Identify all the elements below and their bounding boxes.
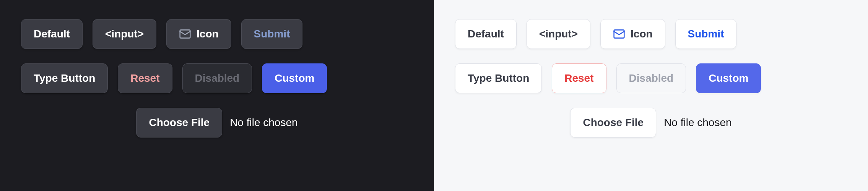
button-label: Choose File xyxy=(149,117,210,129)
button-row-3: Choose File No file chosen xyxy=(455,108,847,138)
button-row-1: Default <input> Icon Submit xyxy=(21,19,413,49)
svg-rect-0 xyxy=(180,30,190,38)
custom-button[interactable]: Custom xyxy=(696,63,761,93)
reset-button[interactable]: Reset xyxy=(552,63,606,93)
envelope-icon xyxy=(179,28,191,40)
button-label: Default xyxy=(34,28,70,40)
input-button[interactable]: <input> xyxy=(93,19,156,49)
button-label: Reset xyxy=(130,72,159,84)
icon-button[interactable]: Icon xyxy=(600,19,665,49)
light-panel: Default <input> Icon Submit Type Button … xyxy=(434,0,868,191)
submit-button[interactable]: Submit xyxy=(241,19,303,49)
button-label: Type Button xyxy=(34,72,95,84)
input-button[interactable]: <input> xyxy=(527,19,590,49)
icon-button[interactable]: Icon xyxy=(166,19,231,49)
type-button[interactable]: Type Button xyxy=(455,63,542,93)
disabled-button: Disabled xyxy=(182,63,252,93)
button-label: Disabled xyxy=(195,72,240,84)
disabled-button: Disabled xyxy=(616,63,686,93)
type-button[interactable]: Type Button xyxy=(21,63,108,93)
choose-file-button[interactable]: Choose File xyxy=(570,108,656,138)
button-label: Type Button xyxy=(468,72,529,84)
dark-panel: Default <input> Icon Submit Type Button … xyxy=(0,0,434,191)
button-label: Choose File xyxy=(583,117,644,129)
button-label: Custom xyxy=(275,72,314,84)
button-label: Disabled xyxy=(629,72,674,84)
file-status-label: No file chosen xyxy=(664,117,731,129)
reset-button[interactable]: Reset xyxy=(118,63,172,93)
button-label: Icon xyxy=(631,28,653,40)
button-label: <input> xyxy=(539,28,578,40)
default-button[interactable]: Default xyxy=(21,19,83,49)
default-button[interactable]: Default xyxy=(455,19,517,49)
file-input-group: Choose File No file chosen xyxy=(570,108,731,138)
svg-rect-1 xyxy=(614,30,624,38)
file-status-label: No file chosen xyxy=(230,117,297,129)
button-label: Custom xyxy=(709,72,748,84)
envelope-icon xyxy=(613,28,625,40)
button-label: Icon xyxy=(197,28,219,40)
button-row-1: Default <input> Icon Submit xyxy=(455,19,847,49)
button-row-3: Choose File No file chosen xyxy=(21,108,413,138)
button-label: Reset xyxy=(564,72,593,84)
button-label: Submit xyxy=(254,28,290,40)
choose-file-button[interactable]: Choose File xyxy=(136,108,222,138)
button-label: Submit xyxy=(688,28,724,40)
button-row-2: Type Button Reset Disabled Custom xyxy=(455,63,847,93)
custom-button[interactable]: Custom xyxy=(262,63,327,93)
button-row-2: Type Button Reset Disabled Custom xyxy=(21,63,413,93)
submit-button[interactable]: Submit xyxy=(675,19,737,49)
button-label: Default xyxy=(468,28,504,40)
file-input-group: Choose File No file chosen xyxy=(136,108,297,138)
button-label: <input> xyxy=(105,28,144,40)
